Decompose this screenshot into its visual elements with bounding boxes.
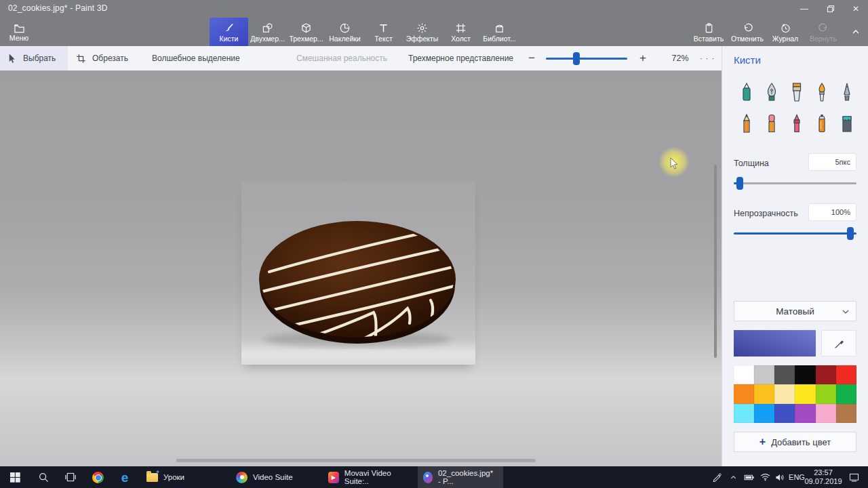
volume-indicator[interactable]: [772, 466, 788, 488]
canvas-icon: [455, 22, 467, 34]
search-button[interactable]: [30, 466, 57, 488]
brush-crayon[interactable]: [787, 112, 807, 134]
opacity-input[interactable]: 100%: [808, 203, 856, 221]
palette-swatch[interactable]: [754, 384, 774, 403]
taskbar-item-folder[interactable]: Уроки: [141, 466, 202, 488]
tab-canvas[interactable]: Холст: [441, 18, 480, 46]
action-center-button[interactable]: [844, 466, 864, 488]
eyedropper-button[interactable]: [821, 330, 856, 357]
palette-swatch[interactable]: [774, 404, 795, 423]
brush-eraser[interactable]: [762, 112, 782, 134]
ink-workspace-button[interactable]: [708, 466, 726, 488]
brush-pencil[interactable]: [736, 112, 757, 134]
zoom-level[interactable]: 72%: [666, 46, 694, 70]
tab-stickers[interactable]: Наклейки: [326, 18, 364, 46]
pixel-pen-icon: [838, 82, 856, 102]
tab-brushes[interactable]: Кисти: [210, 18, 248, 46]
eyedropper-icon: [833, 338, 844, 349]
tab-2d-shapes[interactable]: Двухмер...: [248, 18, 287, 46]
undo-button[interactable]: Отменить: [728, 18, 766, 46]
windows-logo-icon: [10, 472, 20, 483]
taskbar-item-paint3d[interactable]: 02_cookies.jpg* - P...: [418, 466, 503, 488]
brush-flat-brush[interactable]: [787, 81, 807, 102]
palette-swatch[interactable]: [816, 404, 836, 423]
palette-swatch[interactable]: [734, 365, 754, 384]
brush-spray-can[interactable]: [812, 112, 832, 134]
task-view-button[interactable]: [57, 466, 84, 488]
add-color-button[interactable]: + Добавить цвет: [734, 432, 856, 452]
current-color-swatch[interactable]: [734, 330, 816, 357]
palette-swatch[interactable]: [754, 365, 774, 384]
start-button[interactable]: [0, 466, 30, 488]
redo-button[interactable]: Вернуть: [806, 18, 841, 46]
battery-icon: [744, 474, 755, 481]
tab-3d-shapes[interactable]: Трехмер...: [287, 18, 326, 46]
history-button[interactable]: Журнал: [768, 18, 803, 46]
brush-fill-bucket[interactable]: [837, 112, 857, 134]
magic-select-tool[interactable]: Волшебное выделение: [139, 46, 246, 70]
date: 09.07.2019: [804, 477, 842, 486]
brush-pixel-pen[interactable]: [837, 81, 857, 102]
tab-effects[interactable]: Эффекты: [403, 18, 441, 46]
wifi-indicator[interactable]: [757, 466, 773, 488]
chrome-taskbar-button[interactable]: [84, 466, 111, 488]
opacity-slider-track[interactable]: [734, 232, 856, 235]
select-tool[interactable]: Выбрать: [0, 46, 68, 70]
edge-taskbar-button[interactable]: e: [111, 466, 138, 488]
brush-oil-brush[interactable]: [812, 81, 832, 102]
minimize-button[interactable]: —: [790, 0, 818, 18]
taskbar-item-movavi[interactable]: ▶ Movavi Video Suite:..: [323, 466, 418, 488]
palette-swatch[interactable]: [795, 384, 815, 403]
effects-icon: [416, 22, 428, 34]
palette-swatch[interactable]: [816, 384, 836, 403]
zoom-in-button[interactable]: +: [635, 46, 651, 70]
palette-swatch[interactable]: [754, 404, 774, 423]
wifi-icon: [760, 473, 770, 481]
tab-library[interactable]: Библиот...: [480, 18, 519, 46]
action-center-icon: [849, 473, 859, 482]
tab-text[interactable]: Текст: [364, 18, 403, 46]
shapes-2d-icon: [262, 22, 273, 34]
brush-marker[interactable]: [736, 81, 757, 102]
paste-button[interactable]: Вставить: [690, 18, 727, 46]
material-dropdown[interactable]: Матовый: [734, 301, 856, 321]
restore-button[interactable]: [816, 0, 845, 18]
palette-swatch[interactable]: [734, 404, 754, 423]
battery-indicator[interactable]: [741, 466, 758, 488]
horizontal-scrollbar[interactable]: [176, 459, 536, 462]
zoom-slider-thumb[interactable]: [573, 52, 580, 65]
mixed-reality-tool[interactable]: Смешанная реальность: [283, 46, 392, 70]
palette-swatch[interactable]: [836, 404, 856, 423]
clock[interactable]: 23:57 09.07.2019: [804, 466, 842, 488]
brush-icon: [223, 22, 235, 34]
menu-button[interactable]: Меню: [4, 18, 34, 46]
thickness-slider-thumb[interactable]: [736, 177, 743, 190]
zoom-out-button[interactable]: −: [524, 46, 540, 70]
tray-expand-button[interactable]: [726, 466, 741, 488]
palette-swatch[interactable]: [836, 384, 856, 403]
palette-swatch[interactable]: [795, 404, 815, 423]
brush-calligraphy-pen[interactable]: [762, 81, 782, 102]
opacity-slider-thumb[interactable]: [847, 227, 854, 240]
paste-icon: [703, 22, 715, 34]
palette-swatch[interactable]: [816, 365, 836, 384]
fill-bucket-icon: [838, 113, 856, 134]
collapse-ribbon-button[interactable]: [846, 18, 865, 46]
folder-icon: [146, 473, 158, 482]
crop-tool[interactable]: Обрезать: [69, 46, 136, 70]
zoom-slider-track[interactable]: [546, 58, 627, 60]
palette-swatch[interactable]: [836, 365, 856, 384]
vertical-scrollbar[interactable]: [714, 165, 717, 358]
close-button[interactable]: ✕: [842, 0, 868, 18]
palette-swatch[interactable]: [774, 365, 795, 384]
thickness-slider-track[interactable]: [734, 182, 856, 184]
palette-swatch[interactable]: [734, 384, 754, 403]
taskbar-item-video-suite[interactable]: Video Suite: [231, 466, 301, 488]
task-view-icon: [65, 472, 76, 482]
thickness-input[interactable]: 5пкс: [808, 153, 856, 171]
undo-icon: [742, 22, 753, 34]
more-options-button[interactable]: · · ·: [697, 46, 717, 70]
palette-swatch[interactable]: [774, 384, 795, 403]
3d-view-tool[interactable]: Трехмерное представление: [395, 46, 516, 70]
palette-swatch[interactable]: [795, 365, 815, 384]
